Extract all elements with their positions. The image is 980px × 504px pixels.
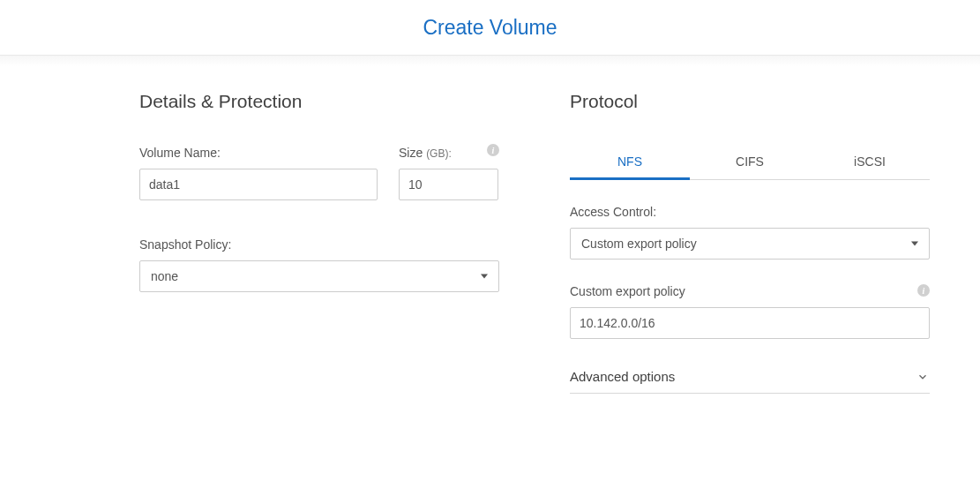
access-control-value: Custom export policy bbox=[581, 237, 697, 251]
tab-iscsi[interactable]: iSCSI bbox=[810, 146, 930, 179]
tab-nfs[interactable]: NFS bbox=[570, 146, 690, 179]
access-control-label: Access Control: bbox=[570, 205, 930, 219]
custom-export-input[interactable] bbox=[570, 307, 930, 339]
size-label-text: Size bbox=[399, 146, 423, 160]
advanced-options-toggle[interactable]: Advanced options bbox=[570, 364, 930, 394]
info-icon[interactable]: i bbox=[917, 284, 930, 297]
snapshot-policy-select[interactable]: none bbox=[139, 260, 499, 292]
snapshot-policy-label: Snapshot Policy: bbox=[139, 237, 499, 252]
volume-name-label: Volume Name: bbox=[139, 146, 378, 160]
details-protection-panel: Details & Protection Volume Name: Size (… bbox=[139, 91, 499, 394]
volume-name-input[interactable] bbox=[139, 169, 378, 200]
caret-down-icon bbox=[481, 275, 488, 279]
snapshot-policy-value: none bbox=[151, 269, 178, 283]
advanced-options-label: Advanced options bbox=[570, 369, 675, 384]
size-unit-text: (GB): bbox=[426, 147, 452, 160]
protocol-section-title: Protocol bbox=[570, 91, 930, 112]
caret-down-icon bbox=[911, 242, 918, 246]
page-header: Create Volume bbox=[0, 0, 980, 55]
info-icon[interactable]: i bbox=[487, 144, 499, 156]
size-label: Size (GB): bbox=[399, 146, 498, 160]
tab-cifs[interactable]: CIFS bbox=[690, 146, 810, 179]
page-title: Create Volume bbox=[423, 16, 557, 40]
access-control-select[interactable]: Custom export policy bbox=[570, 228, 930, 260]
protocol-tabs: NFS CIFS iSCSI bbox=[570, 146, 930, 180]
protocol-panel: Protocol NFS CIFS iSCSI Access Control: … bbox=[570, 91, 930, 394]
details-section-title: Details & Protection bbox=[139, 91, 499, 112]
chevron-down-icon bbox=[916, 370, 930, 384]
size-input[interactable] bbox=[399, 169, 498, 200]
content-area: Details & Protection Volume Name: Size (… bbox=[0, 55, 980, 504]
custom-export-label: Custom export policy bbox=[570, 284, 930, 298]
